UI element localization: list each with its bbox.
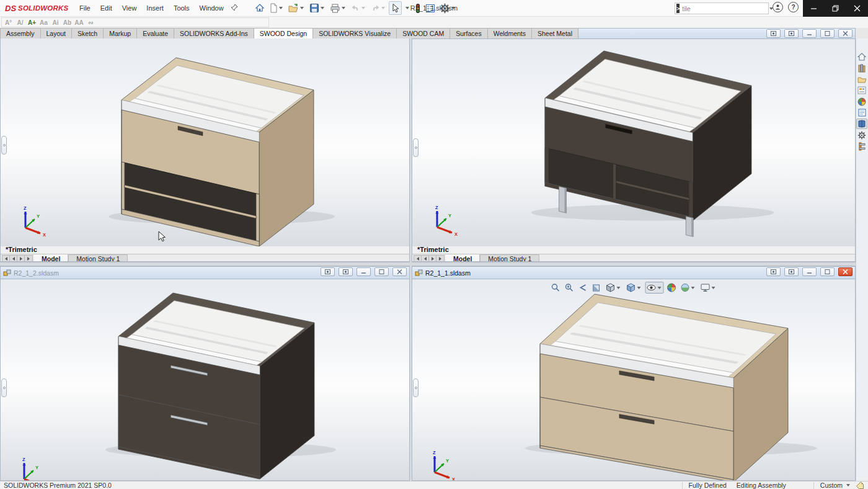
format-tool-icon-6[interactable]: Ab [63, 19, 72, 27]
viewport-close-button[interactable] [838, 267, 852, 276]
help-icon[interactable]: ? [788, 2, 799, 12]
tab-nav-next-button[interactable] [429, 256, 436, 261]
viewport-maximize-button[interactable] [820, 267, 835, 276]
tile-button-2[interactable] [339, 267, 353, 276]
ribbon-tab-swood-cam[interactable]: SWOOD CAM [396, 28, 450, 38]
menu-item-edit[interactable]: Edit [96, 2, 117, 14]
format-tool-icon-1[interactable]: A° [4, 19, 13, 27]
model-tab[interactable]: Model [446, 254, 480, 262]
viewport-close-button[interactable] [392, 267, 407, 276]
swood-options-icon[interactable] [856, 130, 867, 140]
print-button[interactable] [328, 1, 348, 15]
ribbon-tab-sheet-metal[interactable]: Sheet Metal [531, 28, 578, 38]
configuration-selector[interactable]: Custom [820, 482, 843, 489]
featuremanager-splitter-handle[interactable] [1, 136, 7, 155]
redo-button[interactable] [369, 1, 388, 15]
format-tool-icon-7[interactable]: AA [74, 19, 84, 27]
search-box[interactable]: > [675, 2, 769, 14]
model-canvas-bottom-right[interactable]: ZYX [412, 279, 856, 481]
featuremanager-splitter-handle[interactable] [1, 379, 7, 397]
section-view-button[interactable] [591, 282, 603, 294]
viewport-maximize-button[interactable] [820, 29, 835, 38]
display-style-button[interactable] [625, 282, 644, 294]
format-tool-icon-3[interactable]: A+ [27, 19, 37, 27]
horizontal-splitter[interactable] [0, 262, 856, 266]
ribbon-tab-sketch[interactable]: Sketch [71, 28, 104, 38]
view-orientation-button[interactable] [604, 282, 623, 294]
previous-view-button[interactable] [577, 282, 589, 294]
model-area-top-right[interactable]: ZYX [412, 39, 855, 246]
tile-button-2[interactable] [784, 29, 799, 38]
tab-nav-last-button[interactable] [436, 256, 444, 261]
app-minimize-button[interactable] [803, 0, 825, 17]
custom-properties-icon[interactable] [856, 107, 867, 118]
ribbon-tab-assembly[interactable]: Assembly [0, 28, 41, 38]
menu-item-file[interactable]: File [75, 2, 95, 14]
app-restore-button[interactable] [825, 0, 846, 17]
new-document-button[interactable] [267, 1, 286, 15]
viewport-titlebar-bottom-left[interactable]: R2_1_2.sldasm [1, 267, 409, 279]
appearances-scenes-icon[interactable] [856, 96, 867, 107]
menu-item-tools[interactable]: Tools [169, 2, 194, 14]
home-tab-icon[interactable] [856, 52, 867, 62]
tile-button-1[interactable] [321, 267, 335, 276]
ribbon-tab-weldments[interactable]: Weldments [487, 28, 532, 38]
hide-show-items-button[interactable] [645, 282, 664, 294]
tile-button-1[interactable] [766, 29, 781, 38]
user-account-icon[interactable] [773, 2, 783, 12]
configuration-dropdown-icon[interactable] [846, 484, 850, 487]
viewport-titlebar-bottom-right[interactable]: R2_1_1.sldasm [412, 267, 855, 279]
tab-nav-next-button[interactable] [17, 256, 25, 261]
featuremanager-splitter-handle[interactable] [413, 379, 418, 397]
zoom-to-area-button[interactable] [564, 282, 575, 294]
format-tool-icon-5[interactable]: Ai [51, 19, 60, 27]
undo-button[interactable] [349, 1, 368, 15]
pin-menu-icon[interactable] [231, 4, 238, 12]
format-tool-icon-8[interactable]: ∾ [86, 19, 95, 27]
model-area-top-left[interactable]: ZYX [1, 38, 409, 246]
menu-item-insert[interactable]: Insert [142, 2, 168, 14]
tag-icon[interactable] [856, 482, 864, 489]
ribbon-tab-evaluate[interactable]: Evaluate [136, 28, 174, 38]
ribbon-tab-solidworks-visualize[interactable]: SOLIDWORKS Visualize [312, 28, 397, 38]
edit-appearance-button[interactable] [666, 282, 678, 294]
tab-nav-last-button[interactable] [25, 256, 32, 261]
ribbon-tab-solidworks-add-ins[interactable]: SOLIDWORKS Add-Ins [174, 28, 254, 38]
format-tool-icon-4[interactable]: Aa [39, 19, 48, 27]
featuremanager-splitter-handle[interactable] [413, 138, 418, 157]
app-close-button[interactable] [846, 0, 868, 17]
ribbon-tab-markup[interactable]: Markup [103, 28, 137, 38]
tab-nav-prev-button[interactable] [10, 256, 17, 261]
viewport-maximize-button[interactable] [374, 267, 389, 276]
apply-scene-button[interactable] [680, 282, 698, 294]
model-canvas-bottom-left[interactable]: ZYX [1, 279, 410, 481]
view-settings-button[interactable] [699, 282, 718, 294]
model-tab[interactable]: Model [34, 254, 68, 262]
tab-nav-prev-button[interactable] [422, 256, 429, 261]
model-canvas-top-left[interactable]: ZYX [1, 38, 410, 246]
viewport-minimize-button[interactable] [356, 267, 371, 276]
model-area-bottom-right[interactable]: ZYX [412, 279, 855, 481]
zoom-to-fit-button[interactable] [550, 282, 562, 294]
open-button[interactable] [286, 1, 307, 15]
tile-button-1[interactable] [766, 267, 781, 276]
model-area-bottom-left[interactable]: ZYX [1, 279, 409, 481]
tab-nav-first-button[interactable] [2, 256, 10, 261]
app-titlebar[interactable]: DS SOLIDWORKS File Edit View Insert Tool… [0, 0, 868, 17]
format-tool-icon-2[interactable]: A/ [16, 19, 25, 27]
ribbon-tab-swood-design[interactable]: SWOOD Design [254, 28, 313, 38]
ribbon-tab-layout[interactable]: Layout [40, 28, 73, 38]
save-button[interactable] [308, 1, 327, 15]
tab-nav-first-button[interactable] [414, 256, 422, 261]
ribbon-tab-surfaces[interactable]: Surfaces [450, 28, 487, 38]
select-tool-button[interactable] [389, 1, 402, 15]
viewport-minimize-button[interactable] [802, 29, 817, 38]
menu-item-window[interactable]: Window [195, 2, 228, 14]
viewport-close-button[interactable] [838, 29, 852, 38]
design-library-icon[interactable] [856, 63, 867, 73]
swood-clamp-icon[interactable] [856, 141, 867, 151]
view-palette-icon[interactable] [856, 85, 867, 96]
motion-study-tab[interactable]: Motion Study 1 [480, 254, 539, 262]
tile-button-2[interactable] [784, 267, 799, 276]
file-explorer-icon[interactable] [856, 74, 867, 84]
